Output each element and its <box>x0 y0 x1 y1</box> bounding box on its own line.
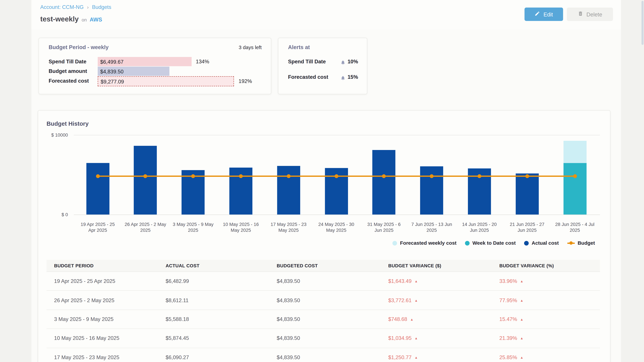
budget-period-card-title: Budget Period - weekly <box>49 44 109 50</box>
cell-budgeted-cost: $4,839.50 <box>269 297 381 303</box>
variance-up-arrow-icon: ▲ <box>414 356 418 360</box>
forecasted-weekly-bar <box>563 141 586 163</box>
cloud-provider-label: AWS <box>90 16 102 23</box>
budget-period-card: Budget Period - weekly 3 days left Spend… <box>38 38 271 94</box>
col-budgeted-cost: BUDGETED COST <box>269 260 381 272</box>
vertical-scrollbar-thumb[interactable] <box>642 1 644 45</box>
variance-up-arrow-icon: ▲ <box>520 318 524 322</box>
budget-line-marker <box>525 174 529 178</box>
budget-line-marker <box>478 174 481 178</box>
variance-up-arrow-icon: ▲ <box>520 280 524 283</box>
spend-till-date-percent: 134% <box>196 57 209 66</box>
breadcrumb-account-link[interactable]: Account: CCM-NG <box>40 4 84 10</box>
legend-item-actual[interactable]: Actual cost <box>524 240 559 246</box>
pencil-icon <box>535 11 540 17</box>
budget-history-table: BUDGET PERIOD ACTUAL COST BUDGETED COST … <box>46 260 600 362</box>
chart-legend: Forecasted weekly costWeek to Date costA… <box>392 240 595 246</box>
alert-row-spend: Spend Till Date 10% <box>288 58 358 65</box>
bell-icon <box>340 75 346 80</box>
budget-line-marker <box>286 174 290 178</box>
cell-budgeted-cost: $4,839.50 <box>269 278 381 284</box>
spend-till-date-bar: $6,499.67 <box>98 57 192 66</box>
x-axis-label: 31 May 2025 - 6 Jun 2025 <box>363 222 405 233</box>
table-row: 10 May 2025 - 16 May 2025 $5,874.45 $4,8… <box>46 329 600 348</box>
budget-line-legend-icon <box>567 242 575 244</box>
week_to_date-legend-dot-icon <box>465 241 470 245</box>
week-to-date-bar <box>563 163 586 215</box>
actual-cost-bar <box>134 146 157 215</box>
cell-actual-cost: $5,874.45 <box>158 335 269 341</box>
title-row: test-weekly on AWS <box>40 15 102 23</box>
table-row: 26 Apr 2025 - 2 May 2025 $8,612.11 $4,83… <box>46 291 600 310</box>
page-title: test-weekly <box>40 15 79 23</box>
variance-up-arrow-icon: ▲ <box>414 337 418 340</box>
y-axis-tick-max: $ 10000 <box>38 132 68 137</box>
forecasted-cost-percent: 192% <box>239 77 252 86</box>
cell-variance-usd: $1,643.49▲ <box>381 278 492 284</box>
bell-icon <box>340 59 346 64</box>
legend-label: Forecasted weekly cost <box>400 240 456 246</box>
budget-amount-bar: $4,839.50 <box>98 67 170 76</box>
table-row: 3 May 2025 - 9 May 2025 $5,588.18 $4,839… <box>46 310 600 329</box>
y-axis-tick-zero: $ 0 <box>38 212 68 217</box>
col-actual-cost: ACTUAL COST <box>158 260 269 272</box>
actual-cost-bar <box>86 163 109 215</box>
x-axis-label: 10 May 2025 - 16 May 2025 <box>220 222 262 233</box>
forecasted-cost-value: $9,277.09 <box>98 79 124 85</box>
cell-variance-pct: 15.47%▲ <box>492 316 600 322</box>
variance-up-arrow-icon: ▲ <box>410 318 414 322</box>
edit-button[interactable]: Edit <box>524 7 563 21</box>
cell-budgeted-cost: $4,839.50 <box>269 316 381 322</box>
spend-till-date-label: Spend Till Date <box>49 57 86 66</box>
chevron-right-icon: › <box>87 4 89 10</box>
breadcrumb-budgets-link[interactable]: Budgets <box>92 4 111 10</box>
budget-line-marker <box>239 174 243 178</box>
gridline-10000 <box>74 135 600 135</box>
forecast-legend-dot-icon <box>392 241 397 245</box>
cell-budget-period: 19 Apr 2025 - 25 Apr 2025 <box>46 278 158 284</box>
x-axis-label: 7 Jun 2025 - 13 Jun 2025 <box>411 222 453 233</box>
title-connector: on <box>82 17 87 22</box>
legend-item-forecast[interactable]: Forecasted weekly cost <box>392 240 456 246</box>
cell-actual-cost: $8,612.11 <box>158 297 269 303</box>
x-axis-label: 14 Jun 2025 - 20 Jun 2025 <box>458 222 500 233</box>
x-axis-label: 3 May 2025 - 9 May 2025 <box>172 222 214 233</box>
cell-budget-period: 3 May 2025 - 9 May 2025 <box>46 316 158 322</box>
alerts-card-title: Alerts at <box>288 44 310 50</box>
table-row: 19 Apr 2025 - 25 Apr 2025 $6,482.99 $4,8… <box>46 272 600 291</box>
x-axis-label: 24 May 2025 - 30 May 2025 <box>315 222 357 233</box>
table-row: 17 May 2025 - 23 May 2025 $6,090.27 $4,8… <box>46 348 600 362</box>
trash-icon <box>578 11 583 17</box>
x-axis-line <box>74 215 600 215</box>
alert-forecast-threshold: 15% <box>348 74 358 80</box>
legend-label: Budget <box>578 240 595 246</box>
x-axis-label: 17 May 2025 - 23 May 2025 <box>268 222 310 233</box>
x-axis-label: 26 Apr 2025 - 2 May 2025 <box>124 222 166 233</box>
alert-spend-label: Spend Till Date <box>288 59 340 64</box>
col-budget-variance-pct: BUDGET VARIANCE (%) <box>492 260 600 272</box>
cell-budget-period: 17 May 2025 - 23 May 2025 <box>46 354 158 360</box>
spend-till-date-value: $6,499.67 <box>98 59 124 65</box>
x-axis-label: 19 Apr 2025 - 25 Apr 2025 <box>77 222 119 233</box>
alerts-card: Alerts at Spend Till Date 10% Forecasted… <box>278 38 368 94</box>
cell-actual-cost: $6,090.27 <box>158 354 269 360</box>
table-header-row: BUDGET PERIOD ACTUAL COST BUDGETED COST … <box>46 260 600 272</box>
delete-button[interactable]: Delete <box>567 7 613 21</box>
actual-cost-bar <box>372 150 396 215</box>
variance-up-arrow-icon: ▲ <box>520 337 524 340</box>
edit-button-label: Edit <box>544 11 553 17</box>
budget-amount-value: $4,839.50 <box>98 69 124 75</box>
forecasted-cost-label: Forecasted cost <box>49 76 89 85</box>
cell-variance-pct: 33.96%▲ <box>492 278 600 284</box>
x-axis-label: 21 Jun 2025 - 27 Jun 2025 <box>506 222 548 233</box>
cell-actual-cost: $6,482.99 <box>158 278 269 284</box>
cell-variance-pct: 25.85%▲ <box>492 354 600 360</box>
legend-item-week_to_date[interactable]: Week to Date cost <box>465 240 516 246</box>
col-budget-period: BUDGET PERIOD <box>46 260 158 272</box>
budget-history-card: Budget History $ 10000 $ 0 19 Apr 2025 -… <box>38 110 610 362</box>
actual-cost-bar <box>420 166 443 215</box>
legend-item-budget_line[interactable]: Budget <box>567 240 595 246</box>
col-budget-variance-usd: BUDGET VARIANCE ($) <box>381 260 492 272</box>
variance-up-arrow-icon: ▲ <box>520 299 524 302</box>
cell-variance-usd: $3,772.61▲ <box>381 297 492 303</box>
